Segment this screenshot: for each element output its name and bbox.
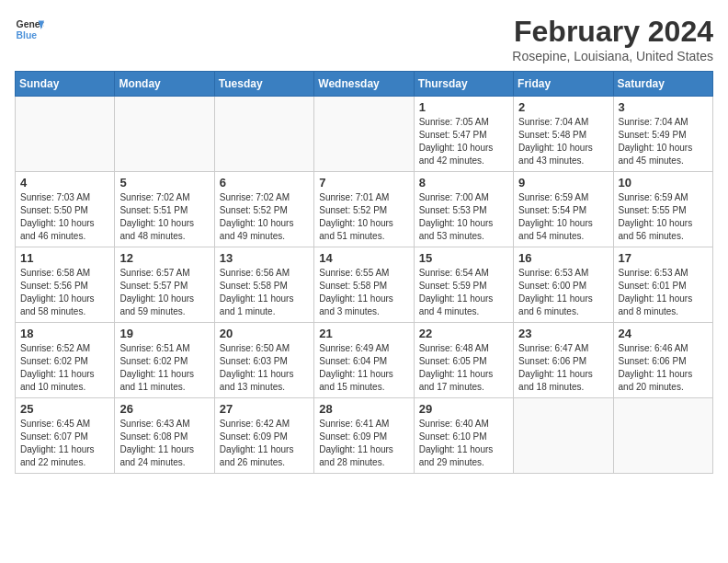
day-number: 29 (419, 402, 508, 416)
calendar-cell: 8Sunrise: 7:00 AM Sunset: 5:53 PM Daylig… (414, 172, 513, 247)
week-row-4: 18Sunrise: 6:52 AM Sunset: 6:02 PM Dayli… (16, 323, 713, 398)
day-number: 21 (319, 327, 408, 340)
day-info: Sunrise: 6:51 AM Sunset: 6:02 PM Dayligh… (119, 342, 209, 394)
weekday-header-sunday: Sunday (16, 72, 115, 97)
calendar-cell (314, 97, 414, 172)
day-number: 13 (220, 251, 309, 265)
day-info: Sunrise: 6:59 AM Sunset: 5:55 PM Dayligh… (619, 191, 708, 243)
day-number: 27 (220, 402, 309, 416)
day-info: Sunrise: 7:01 AM Sunset: 5:52 PM Dayligh… (319, 191, 408, 243)
day-info: Sunrise: 6:55 AM Sunset: 5:58 PM Dayligh… (319, 267, 408, 318)
day-info: Sunrise: 6:53 AM Sunset: 6:00 PM Dayligh… (518, 267, 608, 318)
week-row-5: 25Sunrise: 6:45 AM Sunset: 6:07 PM Dayli… (16, 398, 713, 474)
day-number: 25 (20, 402, 109, 416)
calendar-cell: 26Sunrise: 6:43 AM Sunset: 6:08 PM Dayli… (115, 398, 214, 474)
day-info: Sunrise: 6:40 AM Sunset: 6:10 PM Dayligh… (419, 418, 508, 469)
days-of-week-row: SundayMondayTuesdayWednesdayThursdayFrid… (16, 72, 713, 97)
calendar-cell: 7Sunrise: 7:01 AM Sunset: 5:52 PM Daylig… (314, 172, 414, 247)
day-number: 17 (619, 251, 708, 265)
week-row-2: 4Sunrise: 7:03 AM Sunset: 5:50 PM Daylig… (16, 172, 713, 247)
day-info: Sunrise: 6:54 AM Sunset: 5:59 PM Dayligh… (419, 267, 508, 318)
calendar-cell: 5Sunrise: 7:02 AM Sunset: 5:51 PM Daylig… (115, 172, 214, 247)
day-number: 28 (319, 402, 408, 416)
day-info: Sunrise: 6:48 AM Sunset: 6:05 PM Dayligh… (419, 342, 508, 394)
day-number: 6 (220, 176, 309, 190)
day-info: Sunrise: 6:47 AM Sunset: 6:06 PM Dayligh… (518, 342, 608, 394)
day-info: Sunrise: 7:02 AM Sunset: 5:51 PM Dayligh… (119, 191, 209, 243)
day-info: Sunrise: 7:02 AM Sunset: 5:52 PM Dayligh… (220, 191, 309, 243)
calendar-cell: 21Sunrise: 6:49 AM Sunset: 6:04 PM Dayli… (314, 323, 414, 398)
calendar-cell: 11Sunrise: 6:58 AM Sunset: 5:56 PM Dayli… (16, 247, 115, 323)
calendar-cell: 19Sunrise: 6:51 AM Sunset: 6:02 PM Dayli… (115, 323, 214, 398)
day-number: 20 (220, 327, 309, 340)
day-info: Sunrise: 7:04 AM Sunset: 5:49 PM Dayligh… (619, 116, 708, 167)
day-number: 24 (619, 327, 708, 340)
day-number: 2 (518, 100, 608, 114)
day-number: 10 (619, 176, 708, 190)
location-subtitle: Rosepine, Louisiana, United States (512, 49, 713, 63)
calendar-cell: 1Sunrise: 7:05 AM Sunset: 5:47 PM Daylig… (414, 97, 513, 172)
calendar-cell: 10Sunrise: 6:59 AM Sunset: 5:55 PM Dayli… (613, 172, 712, 247)
day-info: Sunrise: 6:50 AM Sunset: 6:03 PM Dayligh… (220, 342, 309, 394)
svg-text:Blue: Blue (17, 30, 38, 40)
calendar-table: SundayMondayTuesdayWednesdayThursdayFrid… (15, 71, 713, 474)
calendar-cell: 2Sunrise: 7:04 AM Sunset: 5:48 PM Daylig… (514, 97, 613, 172)
weekday-header-friday: Friday (514, 72, 613, 97)
calendar-cell (16, 97, 115, 172)
day-info: Sunrise: 7:03 AM Sunset: 5:50 PM Dayligh… (20, 191, 109, 243)
day-number: 26 (119, 402, 209, 416)
title-section: February 2024 Rosepine, Louisiana, Unite… (512, 15, 713, 63)
calendar-cell: 22Sunrise: 6:48 AM Sunset: 6:05 PM Dayli… (414, 323, 513, 398)
calendar-cell (214, 97, 313, 172)
calendar-cell: 14Sunrise: 6:55 AM Sunset: 5:58 PM Dayli… (314, 247, 414, 323)
calendar-cell: 24Sunrise: 6:46 AM Sunset: 6:06 PM Dayli… (613, 323, 712, 398)
day-number: 4 (20, 176, 109, 190)
day-info: Sunrise: 6:45 AM Sunset: 6:07 PM Dayligh… (20, 418, 109, 469)
logo: General Blue (15, 15, 44, 44)
day-info: Sunrise: 6:56 AM Sunset: 5:58 PM Dayligh… (220, 267, 309, 318)
day-number: 1 (419, 100, 508, 114)
day-number: 22 (419, 327, 508, 340)
page-header: General Blue February 2024 Rosepine, Lou… (15, 15, 713, 63)
day-number: 19 (119, 327, 209, 340)
day-info: Sunrise: 6:58 AM Sunset: 5:56 PM Dayligh… (20, 267, 109, 318)
weekday-header-monday: Monday (115, 72, 214, 97)
weekday-header-saturday: Saturday (613, 72, 712, 97)
calendar-cell: 12Sunrise: 6:57 AM Sunset: 5:57 PM Dayli… (115, 247, 214, 323)
calendar-cell: 28Sunrise: 6:41 AM Sunset: 6:09 PM Dayli… (314, 398, 414, 474)
week-row-3: 11Sunrise: 6:58 AM Sunset: 5:56 PM Dayli… (16, 247, 713, 323)
day-info: Sunrise: 6:59 AM Sunset: 5:54 PM Dayligh… (518, 191, 608, 243)
day-number: 18 (20, 327, 109, 340)
day-info: Sunrise: 6:49 AM Sunset: 6:04 PM Dayligh… (319, 342, 408, 394)
day-info: Sunrise: 7:00 AM Sunset: 5:53 PM Dayligh… (419, 191, 508, 243)
calendar-cell: 27Sunrise: 6:42 AM Sunset: 6:09 PM Dayli… (214, 398, 313, 474)
week-row-1: 1Sunrise: 7:05 AM Sunset: 5:47 PM Daylig… (16, 97, 713, 172)
calendar-cell (613, 398, 712, 474)
day-number: 16 (518, 251, 608, 265)
day-info: Sunrise: 6:53 AM Sunset: 6:01 PM Dayligh… (619, 267, 708, 318)
day-number: 15 (419, 251, 508, 265)
calendar-cell: 20Sunrise: 6:50 AM Sunset: 6:03 PM Dayli… (214, 323, 313, 398)
day-number: 8 (419, 176, 508, 190)
day-number: 11 (20, 251, 109, 265)
calendar-cell: 3Sunrise: 7:04 AM Sunset: 5:49 PM Daylig… (613, 97, 712, 172)
calendar-cell: 16Sunrise: 6:53 AM Sunset: 6:00 PM Dayli… (514, 247, 613, 323)
day-info: Sunrise: 6:43 AM Sunset: 6:08 PM Dayligh… (119, 418, 209, 469)
calendar-cell: 17Sunrise: 6:53 AM Sunset: 6:01 PM Dayli… (613, 247, 712, 323)
day-number: 23 (518, 327, 608, 340)
day-info: Sunrise: 7:04 AM Sunset: 5:48 PM Dayligh… (518, 116, 608, 167)
calendar-cell: 23Sunrise: 6:47 AM Sunset: 6:06 PM Dayli… (514, 323, 613, 398)
calendar-cell (115, 97, 214, 172)
day-info: Sunrise: 6:46 AM Sunset: 6:06 PM Dayligh… (619, 342, 708, 394)
day-number: 3 (619, 100, 708, 114)
calendar-cell: 25Sunrise: 6:45 AM Sunset: 6:07 PM Dayli… (16, 398, 115, 474)
day-number: 5 (119, 176, 209, 190)
logo-icon: General Blue (15, 15, 44, 44)
calendar-cell: 29Sunrise: 6:40 AM Sunset: 6:10 PM Dayli… (414, 398, 513, 474)
calendar-cell: 6Sunrise: 7:02 AM Sunset: 5:52 PM Daylig… (214, 172, 313, 247)
calendar-cell: 13Sunrise: 6:56 AM Sunset: 5:58 PM Dayli… (214, 247, 313, 323)
month-year-title: February 2024 (512, 15, 713, 49)
calendar-cell: 9Sunrise: 6:59 AM Sunset: 5:54 PM Daylig… (514, 172, 613, 247)
day-info: Sunrise: 6:57 AM Sunset: 5:57 PM Dayligh… (119, 267, 209, 318)
weekday-header-wednesday: Wednesday (314, 72, 414, 97)
